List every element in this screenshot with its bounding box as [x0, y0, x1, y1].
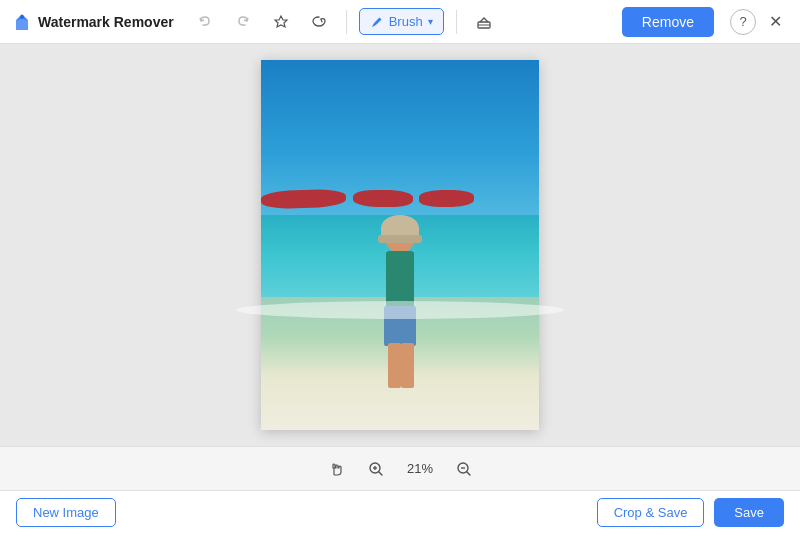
footer-right: Crop & Save Save	[597, 498, 784, 527]
undo-icon	[197, 14, 213, 30]
wave	[236, 301, 564, 319]
hat-brim	[378, 235, 422, 243]
zoom-toolbar: 21%	[0, 446, 800, 490]
zoom-in-button[interactable]	[362, 455, 390, 483]
logo-area: Watermark Remover	[12, 12, 174, 32]
canvas-area	[0, 44, 800, 446]
close-icon: ✕	[769, 12, 782, 31]
footer: New Image Crop & Save Save	[0, 490, 800, 534]
body	[386, 251, 414, 306]
zoom-out-icon	[456, 461, 472, 477]
svg-marker-1	[275, 16, 287, 27]
brush-chevron: ▾	[428, 16, 433, 27]
undo-button[interactable]	[190, 7, 220, 37]
watermark-blob-2	[353, 189, 413, 207]
hand-tool-button[interactable]	[322, 455, 350, 483]
new-image-button[interactable]: New Image	[16, 498, 116, 527]
redo-icon	[235, 14, 251, 30]
header-right-controls: ? ✕	[730, 9, 788, 35]
brush-tool-button[interactable]: Brush ▾	[359, 8, 444, 35]
zoom-level: 21%	[402, 461, 438, 476]
right-leg	[401, 343, 414, 388]
divider-1	[346, 10, 347, 34]
svg-line-8	[379, 472, 382, 475]
help-button[interactable]: ?	[730, 9, 756, 35]
watermark-blob-3	[419, 189, 474, 207]
eraser-icon	[476, 14, 492, 30]
left-leg	[388, 343, 401, 388]
svg-point-0	[20, 15, 24, 19]
hand-icon	[327, 460, 345, 478]
brush-icon	[370, 15, 384, 29]
eraser-button[interactable]	[469, 7, 499, 37]
app-title: Watermark Remover	[38, 14, 174, 30]
zoom-out-button[interactable]	[450, 455, 478, 483]
zoom-in-icon	[368, 461, 384, 477]
image-container[interactable]	[261, 60, 539, 430]
close-button[interactable]: ✕	[762, 9, 788, 35]
svg-line-11	[467, 472, 470, 475]
remove-button[interactable]: Remove	[622, 7, 714, 37]
star-tool-button[interactable]	[266, 7, 296, 37]
crop-save-button[interactable]: Crop & Save	[597, 498, 705, 527]
header: Watermark Remover Brush ▾	[0, 0, 800, 44]
lasso-icon	[311, 14, 327, 30]
help-icon: ?	[739, 14, 746, 29]
lasso-tool-button[interactable]	[304, 7, 334, 37]
redo-button[interactable]	[228, 7, 258, 37]
save-button[interactable]: Save	[714, 498, 784, 527]
star-icon	[273, 14, 289, 30]
logo-icon	[12, 12, 32, 32]
hat	[381, 215, 419, 237]
brush-label: Brush	[389, 14, 423, 29]
divider-2	[456, 10, 457, 34]
